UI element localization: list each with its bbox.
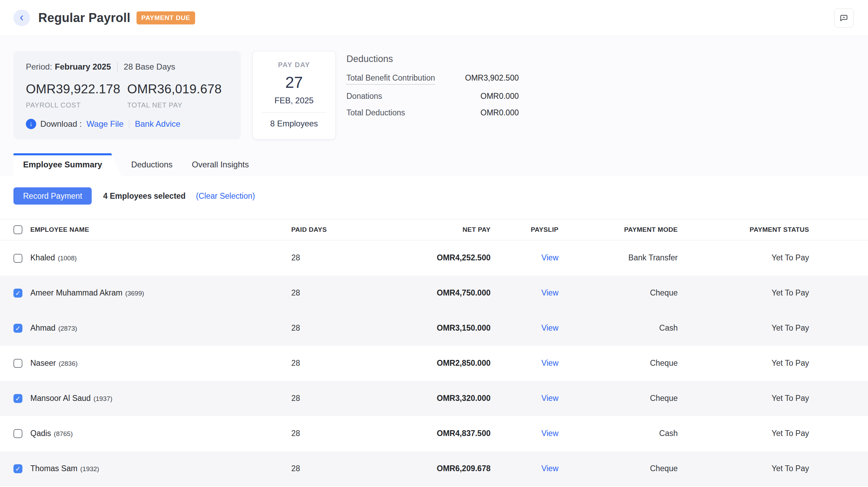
clear-selection-link[interactable]: (Clear Selection) (196, 191, 255, 201)
row-checkbox[interactable] (13, 324, 22, 333)
payslip-view-link[interactable]: View (542, 323, 558, 332)
net-pay-cell: OMR2,850.000 (381, 346, 491, 381)
total-net-pay-label: TOTAL NET PAY (127, 101, 229, 109)
payslip-view-link[interactable]: View (542, 359, 558, 367)
table-row: Thomas Sam(1932)28OMR6,209.678ViewCheque… (0, 451, 868, 486)
payday-label: PAY DAY (253, 61, 335, 69)
employee-id: (1932) (80, 465, 99, 473)
record-payment-button[interactable]: Record Payment (13, 187, 92, 205)
payslip-view-link[interactable]: View (542, 288, 558, 297)
net-pay-cell: OMR4,252.500 (381, 240, 491, 276)
base-days: 28 Base Days (124, 62, 175, 72)
payslip-cell: View (491, 381, 558, 416)
table-row: Khaled(1008)28OMR4,252.500ViewBank Trans… (0, 240, 868, 276)
payroll-cost-block: OMR39,922.178 PAYROLL COST (26, 82, 127, 109)
payroll-cost-label: PAYROLL COST (26, 101, 127, 109)
employee-id: (1937) (93, 395, 112, 402)
payslip-view-link[interactable]: View (542, 429, 558, 438)
total-net-pay-block: OMR36,019.678 TOTAL NET PAY (127, 82, 229, 109)
payment-status-cell: Yet To Pay (678, 311, 868, 346)
row-checkbox-cell (0, 416, 30, 451)
employee-name-cell: Khaled(1008) (30, 240, 291, 276)
download-line: ↓ Download : Wage File Bank Advice (26, 119, 229, 129)
column-header-employee-name: EMPLOYEE NAME (30, 219, 291, 240)
row-checkbox-cell (0, 451, 30, 486)
deduction-value: OMR3,902.500 (465, 73, 519, 83)
total-net-pay-value: OMR36,019.678 (127, 82, 229, 96)
tab-employee-summary[interactable]: Employee Summary (13, 153, 121, 176)
deductions-summary: Deductions Total Benefit ContributionOMR… (346, 51, 519, 124)
row-checkbox[interactable] (13, 464, 22, 473)
payment-mode-cell: Cheque (558, 346, 678, 381)
period-label: Period: (26, 62, 52, 72)
payment-mode-cell: Cheque (558, 381, 678, 416)
selection-count: 4 Employees selected (103, 191, 185, 201)
net-pay-cell: OMR6,209.678 (381, 451, 491, 486)
employee-name: Ameer Muhammad Akram (30, 288, 122, 297)
payment-mode-cell: Cheque (558, 451, 678, 486)
download-icon: ↓ (26, 119, 36, 129)
net-pay-cell: OMR4,837.500 (381, 416, 491, 451)
select-all-checkbox[interactable] (13, 225, 22, 234)
employee-name-cell: Thomas Sam(1932) (30, 451, 291, 486)
employee-table: EMPLOYEE NAME PAID DAYS NET PAY PAYSLIP … (0, 219, 868, 486)
column-header-payment-mode: PAYMENT MODE (558, 219, 678, 240)
paid-days-cell: 28 (291, 276, 381, 311)
deduction-row: Total DeductionsOMR0.000 (346, 107, 519, 118)
back-button[interactable] (13, 10, 30, 26)
deduction-label: Total Benefit Contribution (346, 73, 435, 85)
payslip-cell: View (491, 451, 558, 486)
row-checkbox-cell (0, 381, 30, 416)
payslip-cell: View (491, 240, 558, 276)
row-checkbox[interactable] (13, 254, 22, 263)
row-checkbox-cell (0, 276, 30, 311)
payment-mode-cell: Cheque (558, 276, 678, 311)
payment-status-cell: Yet To Pay (678, 276, 868, 311)
row-checkbox[interactable] (13, 359, 22, 368)
table-row: Naseer(2836)28OMR2,850.000ViewChequeYet … (0, 346, 868, 381)
paid-days-cell: 28 (291, 381, 381, 416)
paid-days-cell: 28 (291, 346, 381, 381)
top-bar: Regular Payroll PAYMENT DUE (0, 0, 868, 36)
net-pay-cell: OMR4,750.000 (381, 276, 491, 311)
deduction-value: OMR0.000 (481, 107, 519, 118)
row-checkbox[interactable] (13, 429, 22, 438)
payday-employee-count: 8 Employees (253, 119, 335, 128)
employee-name: Qadis (30, 429, 51, 438)
table-row: Ahmad(2873)28OMR3,150.000ViewCashYet To … (0, 311, 868, 346)
paid-days-cell: 28 (291, 311, 381, 346)
download-label: Download : (40, 119, 82, 129)
payment-mode-cell: Cash (558, 311, 678, 346)
paid-days-cell: 28 (291, 240, 381, 276)
page-title: Regular Payroll (38, 11, 130, 25)
deductions-rows: Total Benefit ContributionOMR3,902.500Do… (346, 73, 519, 118)
row-checkbox[interactable] (13, 289, 22, 298)
tab-bar: Employee Summary Deductions Overall Insi… (13, 153, 868, 176)
payment-status-cell: Yet To Pay (678, 346, 868, 381)
employee-id: (2836) (59, 360, 78, 367)
payroll-overview-section: Period: February 2025 28 Base Days OMR39… (13, 51, 868, 139)
divider (129, 120, 129, 128)
payment-mode-cell: Bank Transfer (558, 240, 678, 276)
payslip-view-link[interactable]: View (542, 253, 558, 262)
net-pay-cell: OMR3,320.000 (381, 381, 491, 416)
payslip-view-link[interactable]: View (542, 394, 558, 403)
payment-status-cell: Yet To Pay (678, 451, 868, 486)
chevron-left-icon (18, 14, 26, 22)
tab-deductions[interactable]: Deductions (121, 153, 182, 176)
employee-name: Thomas Sam (30, 464, 78, 473)
employee-name: Khaled (30, 253, 55, 262)
payment-status-cell: Yet To Pay (678, 416, 868, 451)
payslip-cell: View (491, 276, 558, 311)
employee-id: (1008) (58, 255, 77, 262)
payment-mode-cell: Cash (558, 416, 678, 451)
bank-advice-link[interactable]: Bank Advice (135, 119, 180, 129)
table-header-row: EMPLOYEE NAME PAID DAYS NET PAY PAYSLIP … (0, 219, 868, 240)
payslip-view-link[interactable]: View (542, 464, 558, 473)
chat-button[interactable] (834, 8, 854, 28)
employee-summary-panel: Record Payment 4 Employees selected (Cle… (0, 176, 868, 487)
tab-overall-insights[interactable]: Overall Insights (182, 153, 259, 176)
column-header-net-pay: NET PAY (381, 219, 491, 240)
row-checkbox[interactable] (13, 394, 22, 403)
wage-file-link[interactable]: Wage File (87, 119, 123, 129)
